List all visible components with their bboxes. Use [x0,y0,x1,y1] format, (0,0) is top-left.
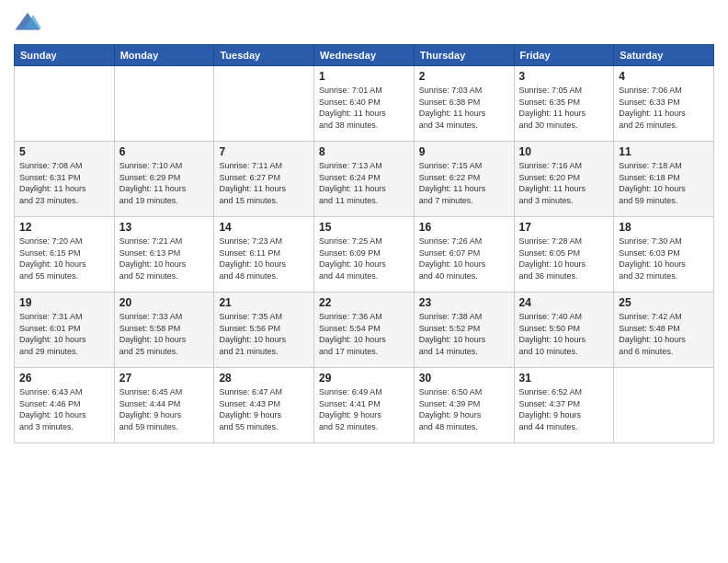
day-info: Sunrise: 7:40 AM Sunset: 5:50 PM Dayligh… [519,311,609,357]
calendar: SundayMondayTuesdayWednesdayThursdayFrid… [14,44,714,443]
day-number: 5 [19,145,109,158]
day-number: 9 [419,145,509,158]
day-number: 18 [619,221,709,234]
calendar-cell: 4Sunrise: 7:06 AM Sunset: 6:33 PM Daylig… [614,66,714,142]
page: SundayMondayTuesdayWednesdayThursdayFrid… [0,0,728,563]
weekday-header-thursday: Thursday [414,45,514,66]
day-number: 8 [319,145,409,158]
day-info: Sunrise: 6:50 AM Sunset: 4:39 PM Dayligh… [419,386,509,432]
weekday-header-tuesday: Tuesday [214,45,314,66]
day-number: 4 [619,70,709,83]
day-info: Sunrise: 7:16 AM Sunset: 6:20 PM Dayligh… [519,160,609,206]
day-number: 10 [519,145,609,158]
calendar-cell: 3Sunrise: 7:05 AM Sunset: 6:35 PM Daylig… [514,66,614,142]
header [14,9,714,37]
calendar-cell: 11Sunrise: 7:18 AM Sunset: 6:18 PM Dayli… [614,142,714,217]
day-info: Sunrise: 7:01 AM Sunset: 6:40 PM Dayligh… [319,85,409,131]
calendar-cell: 15Sunrise: 7:25 AM Sunset: 6:09 PM Dayli… [314,217,415,293]
week-row-0: 1Sunrise: 7:01 AM Sunset: 6:40 PM Daylig… [15,66,714,142]
calendar-cell: 18Sunrise: 7:30 AM Sunset: 6:03 PM Dayli… [614,217,714,293]
calendar-cell [614,368,714,443]
day-info: Sunrise: 7:20 AM Sunset: 6:15 PM Dayligh… [19,236,109,282]
week-row-2: 12Sunrise: 7:20 AM Sunset: 6:15 PM Dayli… [15,217,714,293]
day-info: Sunrise: 7:42 AM Sunset: 5:48 PM Dayligh… [619,311,709,357]
day-number: 14 [219,221,309,234]
day-info: Sunrise: 6:49 AM Sunset: 4:41 PM Dayligh… [319,386,409,432]
calendar-cell: 23Sunrise: 7:38 AM Sunset: 5:52 PM Dayli… [414,293,514,368]
day-info: Sunrise: 7:25 AM Sunset: 6:09 PM Dayligh… [319,236,409,282]
day-number: 15 [319,221,409,234]
calendar-cell: 14Sunrise: 7:23 AM Sunset: 6:11 PM Dayli… [214,217,314,293]
calendar-header: SundayMondayTuesdayWednesdayThursdayFrid… [15,45,714,66]
calendar-cell: 16Sunrise: 7:26 AM Sunset: 6:07 PM Dayli… [414,217,514,293]
day-number: 28 [219,372,309,385]
day-info: Sunrise: 7:11 AM Sunset: 6:27 PM Dayligh… [219,160,309,206]
day-info: Sunrise: 7:35 AM Sunset: 5:56 PM Dayligh… [219,311,309,357]
day-info: Sunrise: 7:26 AM Sunset: 6:07 PM Dayligh… [419,236,509,282]
calendar-cell: 12Sunrise: 7:20 AM Sunset: 6:15 PM Dayli… [15,217,115,293]
calendar-cell: 30Sunrise: 6:50 AM Sunset: 4:39 PM Dayli… [414,368,514,443]
day-info: Sunrise: 6:52 AM Sunset: 4:37 PM Dayligh… [519,386,609,432]
day-info: Sunrise: 7:03 AM Sunset: 6:38 PM Dayligh… [419,85,509,131]
day-number: 12 [19,221,109,234]
day-number: 13 [119,221,210,234]
calendar-cell: 31Sunrise: 6:52 AM Sunset: 4:37 PM Dayli… [514,368,614,443]
calendar-cell: 10Sunrise: 7:16 AM Sunset: 6:20 PM Dayli… [514,142,614,217]
day-number: 11 [619,145,709,158]
calendar-cell: 17Sunrise: 7:28 AM Sunset: 6:05 PM Dayli… [514,217,614,293]
calendar-cell [114,66,214,142]
calendar-cell: 22Sunrise: 7:36 AM Sunset: 5:54 PM Dayli… [314,293,415,368]
day-number: 16 [419,221,509,234]
day-info: Sunrise: 7:06 AM Sunset: 6:33 PM Dayligh… [619,85,709,131]
calendar-cell: 20Sunrise: 7:33 AM Sunset: 5:58 PM Dayli… [114,293,214,368]
calendar-cell: 28Sunrise: 6:47 AM Sunset: 4:43 PM Dayli… [214,368,314,443]
weekday-header-saturday: Saturday [614,45,714,66]
day-number: 21 [219,296,309,309]
day-number: 1 [319,70,409,83]
day-info: Sunrise: 6:45 AM Sunset: 4:44 PM Dayligh… [119,386,210,432]
calendar-cell: 24Sunrise: 7:40 AM Sunset: 5:50 PM Dayli… [514,293,614,368]
week-row-3: 19Sunrise: 7:31 AM Sunset: 6:01 PM Dayli… [15,293,714,368]
day-number: 19 [19,296,109,309]
day-info: Sunrise: 7:36 AM Sunset: 5:54 PM Dayligh… [319,311,409,357]
calendar-cell: 27Sunrise: 6:45 AM Sunset: 4:44 PM Dayli… [114,368,214,443]
weekday-row: SundayMondayTuesdayWednesdayThursdayFrid… [15,45,714,66]
calendar-cell: 26Sunrise: 6:43 AM Sunset: 4:46 PM Dayli… [15,368,115,443]
day-info: Sunrise: 7:33 AM Sunset: 5:58 PM Dayligh… [119,311,210,357]
weekday-header-monday: Monday [114,45,214,66]
calendar-cell: 7Sunrise: 7:11 AM Sunset: 6:27 PM Daylig… [214,142,314,217]
day-number: 31 [519,372,609,385]
weekday-header-wednesday: Wednesday [314,45,415,66]
day-number: 27 [119,372,210,385]
day-number: 29 [319,372,409,385]
calendar-cell: 6Sunrise: 7:10 AM Sunset: 6:29 PM Daylig… [114,142,214,217]
calendar-cell [214,66,314,142]
week-row-4: 26Sunrise: 6:43 AM Sunset: 4:46 PM Dayli… [15,368,714,443]
day-number: 6 [119,145,210,158]
day-number: 24 [519,296,609,309]
day-info: Sunrise: 7:10 AM Sunset: 6:29 PM Dayligh… [119,160,210,206]
day-number: 17 [519,221,609,234]
calendar-cell: 2Sunrise: 7:03 AM Sunset: 6:38 PM Daylig… [414,66,514,142]
calendar-cell: 19Sunrise: 7:31 AM Sunset: 6:01 PM Dayli… [15,293,115,368]
day-number: 2 [419,70,509,83]
day-number: 20 [119,296,210,309]
calendar-cell: 25Sunrise: 7:42 AM Sunset: 5:48 PM Dayli… [614,293,714,368]
day-info: Sunrise: 7:31 AM Sunset: 6:01 PM Dayligh… [19,311,109,357]
day-info: Sunrise: 7:38 AM Sunset: 5:52 PM Dayligh… [419,311,509,357]
calendar-cell: 9Sunrise: 7:15 AM Sunset: 6:22 PM Daylig… [414,142,514,217]
day-number: 3 [519,70,609,83]
week-row-1: 5Sunrise: 7:08 AM Sunset: 6:31 PM Daylig… [15,142,714,217]
day-info: Sunrise: 7:28 AM Sunset: 6:05 PM Dayligh… [519,236,609,282]
calendar-cell [15,66,115,142]
day-info: Sunrise: 7:15 AM Sunset: 6:22 PM Dayligh… [419,160,509,206]
calendar-cell: 1Sunrise: 7:01 AM Sunset: 6:40 PM Daylig… [314,66,415,142]
day-info: Sunrise: 6:43 AM Sunset: 4:46 PM Dayligh… [19,386,109,432]
day-info: Sunrise: 7:08 AM Sunset: 6:31 PM Dayligh… [19,160,109,206]
day-info: Sunrise: 7:21 AM Sunset: 6:13 PM Dayligh… [119,236,210,282]
logo [14,9,45,37]
weekday-header-sunday: Sunday [15,45,115,66]
calendar-cell: 21Sunrise: 7:35 AM Sunset: 5:56 PM Dayli… [214,293,314,368]
day-info: Sunrise: 7:30 AM Sunset: 6:03 PM Dayligh… [619,236,709,282]
day-info: Sunrise: 7:13 AM Sunset: 6:24 PM Dayligh… [319,160,409,206]
